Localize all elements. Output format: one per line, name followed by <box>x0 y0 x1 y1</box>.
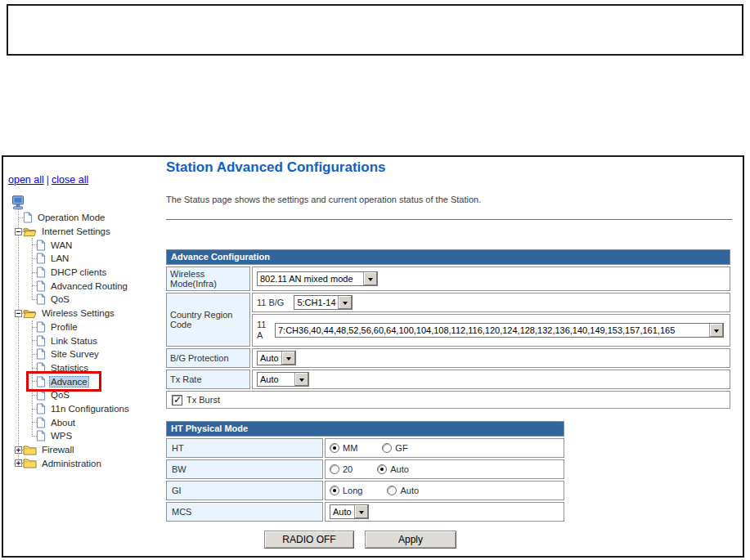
sidebar-item-label: 11n Configurations <box>49 404 131 414</box>
tx-rate-label: Tx Rate <box>166 370 250 389</box>
sidebar-item-qos-wireless[interactable]: QoS <box>8 388 165 402</box>
tree-item-icon <box>23 458 37 468</box>
sidebar-item-lan[interactable]: LAN <box>8 252 165 266</box>
country-region-a-cell: 11 A 7:CH36,40,44,48,52,56,60,64,100,104… <box>252 314 730 347</box>
advance-configuration-header: Advance Configuration <box>166 249 730 265</box>
open-all-link[interactable]: open all <box>8 174 44 186</box>
ht-physical-mode-header: HT Physical Mode <box>166 421 564 437</box>
tree-connector <box>32 395 37 396</box>
radio-off-button[interactable]: RADIO OFF <box>264 531 354 549</box>
tree-connector <box>32 258 37 259</box>
ht-row: HT MM GF <box>166 438 564 458</box>
bw-auto-radio[interactable] <box>377 464 387 474</box>
ht-mm-label: MM <box>343 443 357 453</box>
sidebar-item-qos-internet[interactable]: QoS <box>8 293 165 307</box>
sidebar-item-dhcp-clients[interactable]: DHCP clients <box>8 266 165 280</box>
dropdown-arrow-icon <box>294 373 308 386</box>
sidebar-item-internet-settings[interactable]: − Internet Settings <box>8 225 165 239</box>
dropdown-arrow-icon <box>363 272 377 285</box>
country-region-a-select[interactable]: 7:CH36,40,44,48,52,56,60,64,100,104,108,… <box>275 323 724 338</box>
gi-auto-radio[interactable] <box>387 486 397 495</box>
sidebar-item-profile[interactable]: Profile <box>8 320 165 334</box>
tx-burst-label: Tx Burst <box>186 395 220 405</box>
sidebar-item-label: Profile <box>49 322 79 332</box>
sidebar-item-about[interactable]: About <box>8 415 165 429</box>
sidebar-item-site-survey[interactable]: Site Survey <box>8 347 165 361</box>
mcs-label: MCS <box>166 502 323 522</box>
tree-expander-icon[interactable]: − <box>15 310 22 317</box>
bg-protection-cell: Auto <box>252 348 730 368</box>
sidebar-item-11n-configurations[interactable]: 11n Configurations <box>8 402 165 416</box>
tree-item-icon <box>36 240 46 251</box>
gi-row: GI Long Auto <box>166 481 564 500</box>
tree-item-icon <box>36 417 46 428</box>
tx-burst-cell: Tx Burst <box>166 391 730 409</box>
bg-protection-select[interactable]: Auto <box>257 351 296 365</box>
country-region-label: Country Region Code <box>166 293 250 347</box>
tx-burst-checkbox[interactable] <box>172 395 182 405</box>
ht-physical-mode-table: HT Physical Mode HT MM GF BW 20 Auto GI … <box>166 421 564 522</box>
sidebar-item-label: Firewall <box>40 445 76 455</box>
tree-item-icon <box>11 195 25 210</box>
sidebar-navigation-tree: Operation Mode − Internet Settings WAN L… <box>8 195 165 470</box>
tree-expander-icon[interactable]: + <box>15 459 22 467</box>
mcs-select[interactable]: Auto <box>330 504 369 519</box>
bw-cell: 20 Auto <box>325 459 564 479</box>
tree-item-icon <box>36 376 46 388</box>
mcs-row: MCS Auto <box>166 502 564 522</box>
tree-expander-icon[interactable]: + <box>15 446 22 454</box>
country-region-bg-select[interactable]: 5:CH1-14 <box>294 295 353 310</box>
tree-item-icon <box>36 321 46 333</box>
tree-item-icon <box>36 267 46 278</box>
ht-mm-radio[interactable] <box>330 443 339 453</box>
bw-20-label: 20 <box>343 464 353 474</box>
sidebar-item-advance[interactable]: Advance <box>8 374 165 388</box>
gi-auto-label: Auto <box>400 486 419 495</box>
sidebar-item-wireless-settings[interactable]: − Wireless Settings <box>8 307 165 320</box>
tree-item-icon <box>36 335 46 347</box>
tree-connector <box>32 285 37 286</box>
link-separator: | <box>47 174 49 186</box>
tree-item-icon <box>23 445 37 455</box>
gi-long-radio[interactable] <box>330 486 339 495</box>
advance-configuration-table: Advance Configuration Wireless Mode(Infr… <box>166 249 730 409</box>
bw-20-radio[interactable] <box>330 464 339 474</box>
wireless-mode-select[interactable]: 802.11 AN mixed mode <box>257 271 378 286</box>
sidebar-item-advanced-routing[interactable]: Advanced Routing <box>8 279 165 293</box>
sidebar-item-operation-mode[interactable]: Operation Mode <box>8 211 165 225</box>
sidebar-item-label: LAN <box>49 253 70 263</box>
sidebar-item-label: Link Status <box>49 336 99 346</box>
tree-connector <box>32 340 37 341</box>
page-description: The Status page shows the settings and c… <box>166 195 481 204</box>
sidebar-item-link-status[interactable]: Link Status <box>8 334 165 347</box>
tx-rate-select[interactable]: Auto <box>257 372 309 387</box>
country-region-row: Country Region Code 11 B/G 5:CH1-14 11 A… <box>166 293 730 347</box>
ht-cell: MM GF <box>325 438 564 458</box>
close-all-link[interactable]: close all <box>52 174 88 186</box>
wireless-mode-label: Wireless Mode(Infra) <box>166 267 250 291</box>
ht-label: HT <box>166 438 323 458</box>
page-title: Station Advanced Configurations <box>166 159 386 176</box>
sidebar-item-statistics[interactable]: Statistics <box>8 361 165 375</box>
country-region-bg-cell: 11 B/G 5:CH1-14 <box>252 293 730 312</box>
tree-connector <box>32 327 37 328</box>
sidebar-item-firewall[interactable]: + Firewall <box>8 443 165 457</box>
sidebar-item-administration[interactable]: + Administration <box>8 456 165 470</box>
apply-button[interactable]: Apply <box>365 531 456 549</box>
sidebar-item-label: QoS <box>49 294 71 304</box>
top-banner-box <box>7 4 743 56</box>
ht-gf-radio[interactable] <box>382 443 392 453</box>
bg-protection-row: B/G Protection Auto <box>166 348 730 368</box>
mcs-cell: Auto <box>325 502 564 522</box>
tree-item-icon <box>36 430 46 441</box>
tree-item-icon <box>36 253 46 264</box>
tree-expander-icon[interactable]: − <box>15 228 22 235</box>
sidebar-item-label: About <box>49 418 77 428</box>
sidebar-item-wan[interactable]: WAN <box>8 238 165 252</box>
tree-connector <box>32 244 37 245</box>
bg-protection-label: B/G Protection <box>166 348 250 368</box>
tree-item-icon <box>36 293 46 305</box>
sidebar-item-root-computer[interactable] <box>8 195 165 211</box>
sidebar-item-wps[interactable]: WPS <box>8 429 165 443</box>
sidebar-item-label: WPS <box>49 431 74 441</box>
